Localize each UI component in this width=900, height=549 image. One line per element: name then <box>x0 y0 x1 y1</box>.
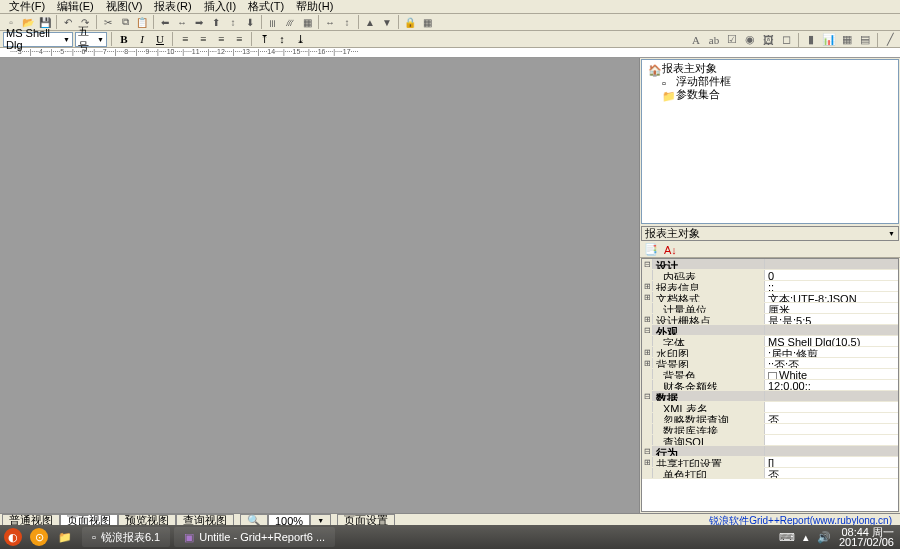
back-icon[interactable]: ▼ <box>379 15 395 30</box>
report-icon: 🏠 <box>648 64 660 74</box>
textbox-icon[interactable]: ab <box>706 32 722 47</box>
files-icon[interactable]: 📁 <box>52 525 78 549</box>
cut-icon[interactable]: ✂ <box>100 15 116 30</box>
property-row[interactable]: 数据库连接 <box>642 424 898 435</box>
hspace-icon[interactable]: ↔ <box>322 15 338 30</box>
taskbar-app-ruilang[interactable]: ▫锐浪报表6.1 <box>82 527 170 547</box>
menu-bar: 文件(F)编辑(E)视图(V)报表(R)插入(I)格式(T)帮助(H) <box>0 0 900 14</box>
copy-icon[interactable]: ⧉ <box>117 15 133 30</box>
property-row[interactable]: 计量单位厘米 <box>642 303 898 314</box>
property-row[interactable]: ⊟行为 <box>642 446 898 457</box>
italic-button[interactable]: I <box>134 32 150 47</box>
pic-icon[interactable]: 🖼 <box>760 32 776 47</box>
property-grid[interactable]: ⊟设计内码表0⊞报表信息;;⊞文档格式文本:UTF-8;JSON计量单位厘米⊞设… <box>641 258 899 512</box>
taskbar-app-gridreport[interactable]: ▣Untitle - Grid++Report6 ... <box>174 527 335 547</box>
align-just-button[interactable]: ≡ <box>231 32 247 47</box>
property-row[interactable]: 财务金额线12;0.00;; <box>642 380 898 391</box>
property-row[interactable]: 单色打印否 <box>642 468 898 479</box>
align-top-icon[interactable]: ⬆ <box>208 15 224 30</box>
valign-bot-button[interactable]: ⤓ <box>292 32 308 47</box>
property-row[interactable]: XML表名 <box>642 402 898 413</box>
property-object-combo[interactable]: 报表主对象▼ <box>641 226 899 241</box>
paste-icon[interactable]: 📋 <box>134 15 150 30</box>
subreport-icon[interactable]: ▤ <box>857 32 873 47</box>
property-row[interactable]: ⊞共享打印设置[] <box>642 457 898 468</box>
app-icon: ▣ <box>184 531 194 544</box>
format-toolbar: MS Shell Dlg▼ 五号▼ B I U ≡ ≡ ≡ ≡ ⤒ ↕ ⤓ A … <box>0 31 900 48</box>
clock[interactable]: 08:44 周一 2017/02/06 <box>839 527 894 547</box>
align-center-icon[interactable]: ↔ <box>174 15 190 30</box>
horizontal-ruler: ····3····|····4····|····5····|····6····|… <box>0 48 900 58</box>
same-width-icon[interactable]: ⫼ <box>265 15 281 30</box>
bold-button[interactable]: B <box>116 32 132 47</box>
folder-icon: 📁 <box>662 90 674 100</box>
shape-icon[interactable]: ◻ <box>778 32 794 47</box>
line-icon[interactable]: ╱ <box>882 32 898 47</box>
vspace-icon[interactable]: ↕ <box>339 15 355 30</box>
font-combo[interactable]: MS Shell Dlg▼ <box>3 32 73 47</box>
launcher-icon[interactable]: ⊙ <box>26 525 52 549</box>
align-bottom-icon[interactable]: ⬇ <box>242 15 258 30</box>
align-left-button[interactable]: ≡ <box>177 32 193 47</box>
property-row[interactable]: ⊟数据 <box>642 391 898 402</box>
same-size-icon[interactable]: ▦ <box>299 15 315 30</box>
label-icon[interactable]: A <box>688 32 704 47</box>
underline-button[interactable]: U <box>152 32 168 47</box>
menu-item[interactable]: 报表(R) <box>148 0 197 14</box>
design-canvas[interactable] <box>0 58 640 513</box>
insert-toolbar: A ab ☑ ◉ 🖼 ◻ ▮ 📊 ▦ ▤ ╱ <box>688 32 898 47</box>
property-row[interactable]: ⊞报表信息;; <box>642 281 898 292</box>
align-middle-icon[interactable]: ↕ <box>225 15 241 30</box>
object-tree[interactable]: 🏠报表主对象 ▫浮动部件框 📁参数集合 <box>641 59 899 224</box>
panel-icon: ▫ <box>662 77 674 87</box>
size-combo[interactable]: 五号▼ <box>75 32 107 47</box>
valign-mid-button[interactable]: ↕ <box>274 32 290 47</box>
sort-az-icon[interactable]: A↓ <box>664 244 677 256</box>
grid-icon[interactable]: ▦ <box>419 15 435 30</box>
property-row[interactable]: 查询SQL <box>642 435 898 446</box>
align-right-button[interactable]: ≡ <box>213 32 229 47</box>
menu-item[interactable]: 文件(F) <box>3 0 51 14</box>
categorize-icon[interactable]: 📑 <box>644 243 658 256</box>
tray-icon[interactable]: ▴ <box>803 531 809 544</box>
menu-item[interactable]: 格式(T) <box>242 0 290 14</box>
property-row[interactable]: 忽略数据查询否 <box>642 413 898 424</box>
ubuntu-start-icon[interactable]: ◐ <box>0 525 26 549</box>
taskbar: ◐ ⊙ 📁 ▫锐浪报表6.1 ▣Untitle - Grid++Report6 … <box>0 525 900 549</box>
menu-item[interactable]: 插入(I) <box>198 0 242 14</box>
valign-top-button[interactable]: ⤒ <box>256 32 272 47</box>
align-center-button[interactable]: ≡ <box>195 32 211 47</box>
menu-item[interactable]: 视图(V) <box>100 0 149 14</box>
front-icon[interactable]: ▲ <box>362 15 378 30</box>
sound-icon[interactable]: 🔊 <box>817 531 831 544</box>
property-row[interactable]: ⊞设计栅格点是;是;5;5 <box>642 314 898 325</box>
property-row[interactable]: ⊟外观 <box>642 325 898 336</box>
align-right-icon[interactable]: ➡ <box>191 15 207 30</box>
barcode-icon[interactable]: ▮ <box>803 32 819 47</box>
property-row[interactable]: 内码表0 <box>642 270 898 281</box>
menu-item[interactable]: 编辑(E) <box>51 0 100 14</box>
property-row[interactable]: ⊞背景图;;否;否 <box>642 358 898 369</box>
menu-item[interactable]: 帮助(H) <box>290 0 339 14</box>
align-left-icon[interactable]: ⬅ <box>157 15 173 30</box>
chart-icon[interactable]: 📊 <box>821 32 837 47</box>
right-panel: 🏠报表主对象 ▫浮动部件框 📁参数集合 报表主对象▼ 📑 A↓ ⊟设计内码表0⊞… <box>640 58 900 513</box>
radio-icon[interactable]: ◉ <box>742 32 758 47</box>
property-row[interactable]: ⊟设计 <box>642 259 898 270</box>
check-icon[interactable]: ☑ <box>724 32 740 47</box>
property-row[interactable]: 字体MS Shell Dlg(10.5) <box>642 336 898 347</box>
main-toolbar: ▫ 📂 💾 ↶ ↷ ✂ ⧉ 📋 ⬅ ↔ ➡ ⬆ ↕ ⬇ ⫼ ⫻ ▦ ↔ ↕ ▲ … <box>0 14 900 31</box>
same-height-icon[interactable]: ⫻ <box>282 15 298 30</box>
tree-item-params[interactable]: 📁参数集合 <box>644 88 896 101</box>
property-row[interactable]: ⊞文档格式文本:UTF-8;JSON <box>642 292 898 303</box>
app-icon: ▫ <box>92 531 96 543</box>
property-row[interactable]: ⊞水印图;居中;修剪 <box>642 347 898 358</box>
lock-icon[interactable]: 🔒 <box>402 15 418 30</box>
property-row[interactable]: 背景色White <box>642 369 898 380</box>
table-icon[interactable]: ▦ <box>839 32 855 47</box>
keyboard-icon[interactable]: ⌨ <box>779 531 795 544</box>
property-toolbar: 📑 A↓ <box>640 242 900 258</box>
